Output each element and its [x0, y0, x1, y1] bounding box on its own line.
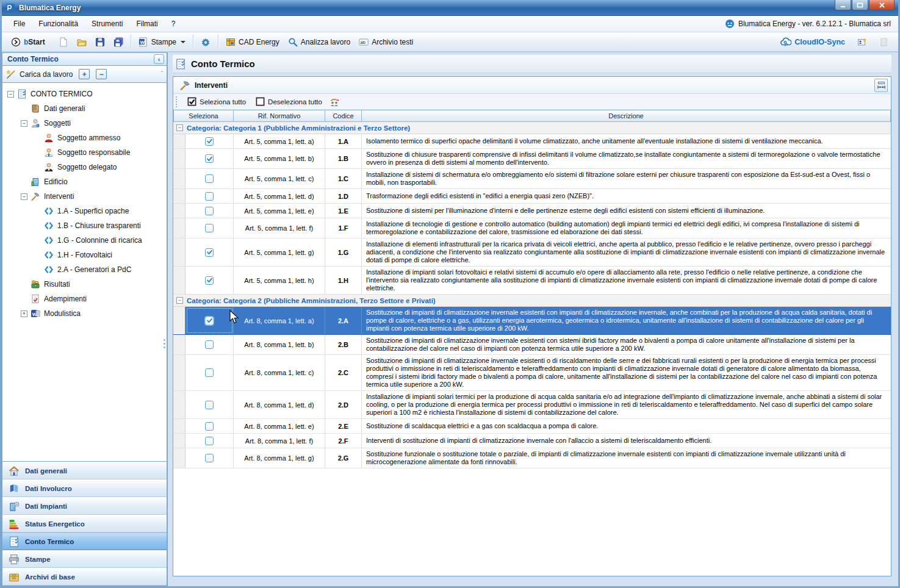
row-checkbox-unchecked[interactable]	[205, 192, 214, 201]
collapse-icon[interactable]: −	[176, 124, 183, 131]
sidebar-nav-dati-impianti[interactable]: Dati Impianti	[2, 497, 167, 515]
select-cell[interactable]	[185, 448, 234, 468]
intervention-row-2.B[interactable]: Art. 8, comma 1, lett. b)2.BSostituzione…	[173, 335, 891, 355]
intervention-row-2.G[interactable]: Art. 8, comma 1, lett. g)2.GSostituzione…	[173, 448, 891, 468]
intervention-row-2.C[interactable]: Art. 8, comma 1, lett. c)2.CSostituzione…	[173, 355, 891, 391]
tree-item-interventi[interactable]: −Interventi	[2, 189, 167, 204]
select-cell[interactable]	[185, 218, 234, 238]
row-checkbox-unchecked[interactable]	[205, 454, 214, 462]
sidebar-nav-archivi-di-base[interactable]: Archivi di base	[2, 568, 167, 586]
category-group-header[interactable]: −Categoria: Categoria 1 (Pubbliche Ammin…	[173, 122, 891, 134]
load-from-work-bar[interactable]: Carica da lavoro + − ˇ	[2, 66, 167, 83]
group-wizard-icon[interactable]	[329, 97, 339, 107]
menu-strumenti[interactable]: Strumenti	[85, 17, 129, 30]
collapse-icon[interactable]: −	[176, 297, 183, 304]
tree-item-risultati[interactable]: Risultati	[2, 277, 167, 292]
menu-filmati[interactable]: Filmati	[129, 17, 164, 30]
tree-item-1-b-chiusure-trasparenti[interactable]: 1.B - Chiusure trasparenti	[2, 218, 167, 233]
archivio-testi-button[interactable]: abArchivio testi	[355, 35, 417, 49]
tree-item-1-g-colonnine-di-ricarica[interactable]: 1.G - Colonnine di ricarica	[2, 233, 167, 248]
row-checkbox-unchecked[interactable]	[205, 401, 214, 409]
intervention-row-1.E[interactable]: Art. 5, comma 1, lett. e)1.ESostituzione…	[173, 204, 891, 218]
splitter-handle[interactable]	[162, 339, 166, 348]
select-cell[interactable]	[185, 204, 234, 218]
save-all-button[interactable]	[109, 35, 128, 49]
row-checkbox-unchecked[interactable]	[205, 422, 214, 431]
row-checkbox-checked[interactable]	[205, 154, 214, 163]
select-cell[interactable]	[185, 355, 234, 390]
toolbar-grip[interactable]	[176, 96, 179, 107]
select-cell[interactable]	[185, 335, 234, 354]
tree-item-adempimenti[interactable]: Adempimenti	[2, 292, 167, 306]
tree-item-1-a-superfici-opache[interactable]: 1.A - Superfici opache	[2, 204, 167, 218]
menu-funzionalit[interactable]: Funzionalità	[32, 17, 85, 30]
row-checkbox-unchecked[interactable]	[205, 437, 214, 445]
cloudio-sync-button[interactable]: CloudIO-Sync	[776, 35, 849, 49]
sidebar-collapse-button[interactable]: ‹	[154, 54, 164, 64]
column-header-codice[interactable]: Codice	[325, 110, 362, 122]
column-header-seleziona[interactable]: Seleziona	[173, 110, 234, 122]
tree-item-modulistica[interactable]: +WModulistica	[2, 306, 167, 321]
tree-item-conto-termico[interactable]: −CONTO TERMICO	[2, 87, 167, 101]
deselect-all-button[interactable]: Deseleziona tutto	[253, 96, 325, 107]
row-checkbox-unchecked[interactable]	[205, 368, 214, 377]
row-checkbox-checked[interactable]	[205, 317, 214, 325]
minimize-button[interactable]	[835, 0, 851, 10]
menu-?[interactable]: ?	[165, 17, 182, 30]
row-checkbox-checked[interactable]	[205, 248, 214, 257]
sidebar-nav-stampe[interactable]: Stampe	[2, 550, 167, 568]
cad-energy-button[interactable]: CAD Energy	[221, 35, 284, 49]
intervention-row-1.B[interactable]: Art. 5, comma 1, lett. b)1.BSostituzione…	[173, 149, 891, 169]
intervention-row-1.C[interactable]: Art. 5, comma 1, lett. c)1.CInstallazion…	[173, 169, 891, 189]
sidebar-nav-status-energetico[interactable]: Status Energetico	[2, 515, 167, 532]
select-all-button[interactable]: Seleziona tutto	[185, 96, 248, 107]
sidebar-nav-conto-termico[interactable]: Conto Termico	[2, 532, 167, 550]
menu-file[interactable]: File	[7, 17, 32, 30]
category-group-header[interactable]: −Categoria: Categoria 2 (Pubbliche Ammin…	[173, 295, 891, 307]
tree-item-soggetti[interactable]: −iSoggetti	[2, 116, 167, 131]
intervention-row-1.H[interactable]: Art. 5, comma 1, lett. h)1.HInstallazion…	[173, 267, 891, 295]
collapse-icon[interactable]: −	[21, 193, 27, 200]
tree-item-2-a-generatori-a-pdc[interactable]: 2.A - Generatori a PdC	[2, 262, 167, 277]
tree-item-edificio[interactable]: Edificio	[2, 174, 167, 189]
sidebar-nav-dati-involucro[interactable]: Dati Involucro	[2, 479, 167, 497]
expand-all-button[interactable]: +	[79, 69, 90, 79]
intervention-row-1.A[interactable]: Art. 5, comma 1, lett. a)1.AIsolamento t…	[173, 134, 891, 149]
collapse-icon[interactable]: −	[21, 120, 27, 127]
select-cell[interactable]	[185, 149, 234, 168]
intervention-row-1.D[interactable]: Art. 5, comma 1, lett. d)1.DTrasformazio…	[173, 189, 891, 204]
select-cell[interactable]	[185, 134, 234, 148]
chevron-down-icon[interactable]: ˇ	[161, 71, 163, 77]
column-header-descrizione[interactable]: Descrizione	[362, 110, 891, 122]
row-checkbox-unchecked[interactable]	[205, 207, 214, 215]
row-checkbox-checked[interactable]	[205, 276, 214, 285]
tree-item-soggetto-delegato[interactable]: Soggetto delegato	[2, 160, 167, 174]
select-cell[interactable]	[185, 267, 234, 294]
select-cell[interactable]	[185, 307, 234, 334]
close-button[interactable]	[869, 0, 895, 10]
stampe-dropdown-button[interactable]: W Stampe	[134, 35, 190, 49]
user-card-button[interactable]	[853, 35, 871, 49]
select-cell[interactable]	[185, 434, 234, 448]
select-cell[interactable]	[185, 169, 234, 188]
expand-icon[interactable]: +	[21, 310, 27, 317]
column-header-rif-normativo[interactable]: Rif. Normativo	[234, 110, 325, 122]
save-button[interactable]	[91, 35, 109, 49]
maximize-button[interactable]	[852, 0, 868, 10]
collapse-all-button[interactable]: −	[96, 69, 107, 79]
row-checkbox-checked[interactable]	[205, 137, 214, 146]
select-cell[interactable]	[185, 189, 234, 203]
intervention-row-2.E[interactable]: Art. 8, comma 1, lett. e)2.ESostituzione…	[173, 419, 891, 434]
fit-width-button[interactable]	[874, 79, 888, 92]
select-cell[interactable]	[185, 391, 234, 418]
intervention-row-2.D[interactable]: Art. 8, comma 1, lett. d)2.DInstallazion…	[173, 391, 891, 419]
row-checkbox-unchecked[interactable]	[205, 174, 214, 183]
collapse-icon[interactable]: −	[7, 91, 14, 98]
bstart-button[interactable]: bStart	[7, 35, 49, 49]
intervention-row-1.F[interactable]: Art. 5, comma 1, lett. f)1.FInstallazion…	[173, 218, 891, 238]
open-button[interactable]	[73, 35, 91, 49]
intervention-row-2.A[interactable]: Art. 8, comma 1, lett. a)2.ASostituzione…	[173, 307, 891, 335]
tree-item-soggetto-responsabile[interactable]: Soggetto responsabile	[2, 145, 167, 160]
analizza-lavoro-button[interactable]: Analizza lavoro	[284, 35, 355, 49]
row-checkbox-unchecked[interactable]	[205, 340, 214, 349]
